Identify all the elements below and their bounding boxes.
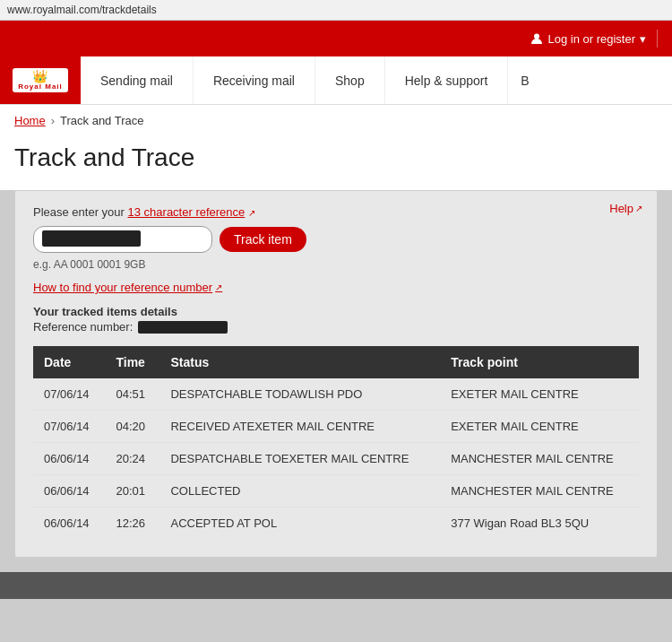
table-header: Date Time Status Track point	[33, 346, 639, 378]
address-bar: www.royalmail.com/trackdetails	[0, 0, 672, 21]
cell-track_point: MANCHESTER MAIL CENTRE	[440, 443, 639, 475]
tracking-table: Date Time Status Track point 07/06/1404:…	[33, 346, 639, 539]
track-instruction: Please enter your 13 character reference…	[33, 205, 639, 219]
table-row: 06/06/1412:26ACCEPTED AT POL377 Wigan Ro…	[33, 508, 639, 540]
cell-date: 06/06/14	[33, 508, 105, 540]
cell-track_point: MANCHESTER MAIL CENTRE	[440, 475, 639, 508]
nav-items: Sending mail Receiving mail Shop Help & …	[81, 56, 672, 104]
col-status: Status	[159, 346, 440, 378]
track-item-button[interactable]: Track item	[220, 227, 306, 252]
breadcrumb: Home › Track and Trace	[0, 105, 672, 136]
find-ref-icon: ↗	[215, 282, 222, 292]
logo[interactable]: 👑 Royal Mail	[0, 56, 81, 104]
cell-track_point: 377 Wigan Road BL3 5QU	[440, 508, 639, 540]
cell-time: 04:51	[105, 378, 159, 411]
col-date: Date	[33, 346, 105, 378]
cell-status: ACCEPTED AT POL	[159, 508, 440, 540]
breadcrumb-current: Track and Trace	[60, 114, 143, 127]
divider	[657, 30, 658, 48]
cell-date: 07/06/14	[33, 411, 105, 443]
cell-time: 20:01	[105, 475, 159, 508]
user-icon	[530, 32, 543, 45]
tracking-table-body: 07/06/1404:51DESPATCHABLE TODAWLISH PDOE…	[33, 378, 639, 539]
header-nav: 👑 Royal Mail Sending mail Receiving mail…	[0, 56, 672, 105]
track-input-row: Track item	[33, 226, 639, 253]
cell-status: COLLECTED	[159, 475, 440, 508]
bottom-bar	[0, 572, 672, 599]
table-row: 07/06/1404:51DESPATCHABLE TODAWLISH PDOE…	[33, 378, 639, 411]
cell-status: DESPATCHABLE TOEXETER MAIL CENTRE	[159, 443, 440, 475]
reference-label: Reference number:	[33, 320, 133, 334]
breadcrumb-separator: ›	[51, 114, 55, 127]
url-text: www.royalmail.com/trackdetails	[7, 4, 157, 16]
help-link[interactable]: Help ↗	[609, 202, 642, 215]
logo-crown: 👑	[32, 70, 47, 82]
reference-value-redacted	[138, 321, 228, 334]
external-link-icon: ↗	[635, 204, 642, 213]
page-title-area: Track and Trace	[0, 136, 672, 190]
svg-point-0	[534, 34, 539, 39]
nav-item-shop[interactable]: Shop	[315, 56, 385, 104]
logo-brand-text: Royal Mail	[18, 82, 63, 91]
track-form-card: Help ↗ Please enter your 13 character re…	[14, 190, 658, 558]
nav-item-sending[interactable]: Sending mail	[81, 56, 194, 104]
reference-row: Reference number:	[33, 320, 639, 334]
top-bar: Log in or register ▾	[0, 21, 672, 56]
col-trackpoint: Track point	[440, 346, 639, 378]
cell-status: DESPATCHABLE TODAWLISH PDO	[159, 378, 440, 411]
track-input[interactable]	[33, 226, 212, 253]
table-row: 06/06/1420:01COLLECTEDMANCHESTER MAIL CE…	[33, 475, 639, 508]
page-title: Track and Trace	[14, 143, 658, 172]
login-register-button[interactable]: Log in or register ▾	[530, 32, 646, 46]
track-input-wrapper	[33, 226, 212, 253]
nav-item-receiving[interactable]: Receiving mail	[194, 56, 315, 104]
cell-status: RECEIVED ATEXETER MAIL CENTRE	[159, 411, 440, 443]
find-ref-link[interactable]: How to find your reference number ↗	[33, 281, 222, 294]
cell-date: 06/06/14	[33, 475, 105, 508]
cell-date: 07/06/14	[33, 378, 105, 411]
track-example: e.g. AA 0001 0001 9GB	[33, 258, 639, 271]
cell-time: 04:20	[105, 411, 159, 443]
table-row: 06/06/1420:24DESPATCHABLE TOEXETER MAIL …	[33, 443, 639, 475]
char-ref-link[interactable]: 13 character reference	[128, 205, 246, 219]
cell-track_point: EXETER MAIL CENTRE	[440, 411, 639, 443]
tracked-details-label: Your tracked items details	[33, 305, 639, 318]
ref-external-icon: ↗	[248, 208, 255, 218]
table-row: 07/06/1404:20RECEIVED ATEXETER MAIL CENT…	[33, 411, 639, 443]
logo-badge: 👑 Royal Mail	[13, 68, 68, 92]
nav-item-help[interactable]: Help & support	[385, 56, 509, 104]
nav-item-more[interactable]: B	[508, 56, 541, 104]
col-time: Time	[105, 346, 159, 378]
breadcrumb-home[interactable]: Home	[14, 114, 46, 127]
cell-time: 20:24	[105, 443, 159, 475]
cell-time: 12:26	[105, 508, 159, 540]
cell-date: 06/06/14	[33, 443, 105, 475]
cell-track_point: EXETER MAIL CENTRE	[440, 378, 639, 411]
